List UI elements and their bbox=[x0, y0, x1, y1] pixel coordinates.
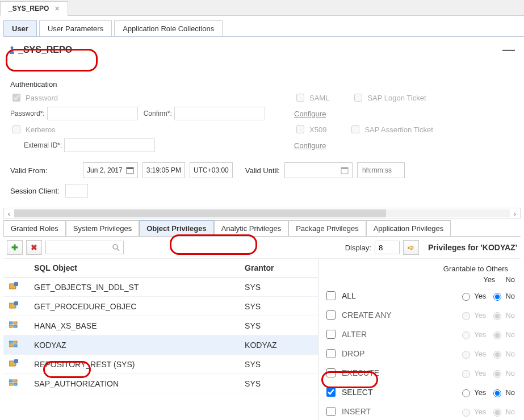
yes-no-header: YesNo bbox=[318, 275, 521, 286]
grantor-cell: SYS bbox=[239, 355, 318, 374]
grantable-no-radio[interactable] bbox=[493, 409, 501, 417]
grantable-no-radio[interactable] bbox=[493, 351, 501, 359]
external-id-input[interactable] bbox=[64, 138, 155, 152]
column-sql-object[interactable]: SQL Object bbox=[28, 259, 239, 278]
grantable-yes-radio[interactable] bbox=[462, 293, 470, 301]
svg-rect-11 bbox=[9, 322, 12, 324]
grantable-yes-radio[interactable] bbox=[462, 409, 470, 417]
table-row[interactable]: HANA_XS_BASESYS bbox=[3, 316, 318, 335]
scroll-left-icon[interactable]: ‹ bbox=[4, 209, 14, 218]
configure-x509-link[interactable]: Configure bbox=[294, 141, 326, 150]
tab-user-parameters[interactable]: User Parameters bbox=[39, 20, 112, 36]
privilege-name: SELECT bbox=[342, 388, 372, 397]
password-checkbox[interactable]: Password bbox=[10, 92, 58, 103]
svg-rect-15 bbox=[9, 341, 12, 343]
valid-from-time[interactable]: 3:19:05 PM bbox=[142, 162, 185, 178]
valid-until-time-input[interactable] bbox=[361, 166, 401, 175]
close-icon[interactable]: × bbox=[55, 5, 59, 12]
tab-application-privileges[interactable]: Application Privileges bbox=[366, 220, 451, 236]
password-input[interactable] bbox=[47, 107, 138, 120]
go-button[interactable]: ➪ bbox=[403, 240, 419, 255]
tab-analytic-privileges[interactable]: Analytic Privileges bbox=[214, 220, 289, 236]
grantable-yes-radio[interactable] bbox=[462, 351, 470, 359]
svg-rect-21 bbox=[9, 380, 12, 382]
column-grantor[interactable]: Grantor bbox=[239, 259, 318, 278]
privilege-checkbox[interactable] bbox=[326, 349, 336, 358]
collapse-button[interactable]: — bbox=[502, 43, 515, 57]
object-type-icon bbox=[9, 359, 18, 367]
svg-rect-10 bbox=[14, 301, 18, 305]
session-client-row: Session Client: bbox=[0, 180, 524, 205]
valid-until-time[interactable] bbox=[357, 162, 405, 178]
calendar-icon[interactable] bbox=[126, 166, 134, 174]
tab-label: Analytic Privileges bbox=[221, 224, 282, 233]
table-row[interactable]: REPOSITORY_REST (SYS)SYS bbox=[3, 355, 318, 374]
session-client-input[interactable] bbox=[65, 184, 88, 198]
grantable-no-radio[interactable] bbox=[493, 331, 501, 339]
grantable-yes-radio[interactable] bbox=[462, 370, 470, 378]
confirm-input[interactable] bbox=[174, 107, 265, 120]
privilege-row: CREATE ANY Yes No bbox=[318, 305, 521, 325]
sql-object-cell: GET_PROCEDURE_OBJEC bbox=[28, 297, 239, 316]
svg-rect-2 bbox=[127, 167, 133, 169]
privilege-checkbox[interactable] bbox=[326, 291, 336, 300]
grantable-no-radio[interactable] bbox=[493, 389, 501, 397]
valid-from-tz[interactable]: UTC+03:00 bbox=[190, 162, 233, 178]
sap-assertion-checkbox[interactable]: SAP Assertion Ticket bbox=[349, 124, 433, 135]
sap-logon-checkbox[interactable]: SAP Logon Ticket bbox=[352, 92, 426, 103]
privilege-row: ALL Yes No bbox=[318, 286, 521, 305]
table-row[interactable]: SAP_AUTHORIZATIONSYS bbox=[3, 374, 318, 393]
kerberos-checkbox[interactable]: Kerberos bbox=[10, 124, 56, 135]
split-panel: SQL Object Grantor GET_OBJECTS_IN_DDL_ST… bbox=[3, 259, 521, 420]
table-row[interactable]: GET_PROCEDURE_OBJECSYS bbox=[3, 297, 318, 316]
kerberos-label: Kerberos bbox=[26, 125, 56, 134]
display-label: Display: bbox=[345, 243, 371, 252]
tab-granted-roles[interactable]: Granted Roles bbox=[3, 220, 66, 236]
svg-rect-4 bbox=[341, 167, 348, 169]
privilege-checkbox[interactable] bbox=[326, 368, 336, 377]
saml-checkbox[interactable]: SAML bbox=[294, 92, 329, 103]
grantable-yes-radio[interactable] bbox=[462, 331, 470, 339]
delete-button[interactable]: ✖ bbox=[26, 240, 42, 255]
object-table: SQL Object Grantor GET_OBJECTS_IN_DDL_ST… bbox=[3, 259, 318, 393]
horizontal-scrollbar[interactable]: ‹ › bbox=[3, 208, 521, 219]
svg-point-0 bbox=[11, 47, 14, 49]
sql-object-cell: REPOSITORY_REST (SYS) bbox=[28, 355, 239, 374]
svg-rect-18 bbox=[14, 345, 17, 347]
user-header: _SYS_REPO — bbox=[0, 37, 524, 60]
grantable-no-radio[interactable] bbox=[493, 312, 501, 320]
tab-label: Granted Roles bbox=[11, 224, 58, 233]
privileges-for-label: Privileges for 'KODYAZ' bbox=[428, 243, 517, 252]
search-icon bbox=[112, 243, 120, 251]
window-tab[interactable]: _SYS_REPO × bbox=[0, 1, 68, 16]
svg-rect-12 bbox=[14, 322, 17, 324]
tab-app-role-collections[interactable]: Application Role Collections bbox=[114, 20, 223, 36]
valid-until-date[interactable] bbox=[284, 162, 353, 178]
svg-rect-23 bbox=[9, 383, 12, 385]
table-row[interactable]: GET_OBJECTS_IN_DDL_STSYS bbox=[3, 278, 318, 297]
user-title-text: _SYS_REPO bbox=[18, 45, 72, 55]
grantable-yes-radio[interactable] bbox=[462, 312, 470, 320]
add-button[interactable]: ✚ bbox=[7, 240, 23, 255]
privilege-checkbox[interactable] bbox=[326, 388, 336, 397]
privilege-checkbox[interactable] bbox=[326, 407, 336, 416]
configure-saml-link[interactable]: Configure bbox=[294, 110, 326, 118]
valid-from-date[interactable]: Jun 2, 2017 bbox=[83, 162, 138, 178]
x509-checkbox[interactable]: X509 bbox=[294, 124, 326, 135]
grantable-no-radio[interactable] bbox=[493, 370, 501, 378]
privilege-checkbox[interactable] bbox=[326, 330, 336, 339]
privilege-name: CREATE ANY bbox=[342, 310, 392, 320]
search-input[interactable] bbox=[45, 241, 124, 254]
tab-user[interactable]: User bbox=[3, 20, 37, 36]
tab-system-privileges[interactable]: System Privileges bbox=[66, 220, 139, 236]
grantable-no-radio[interactable] bbox=[493, 293, 501, 301]
scroll-right-icon[interactable]: › bbox=[510, 209, 520, 218]
calendar-icon[interactable] bbox=[341, 166, 349, 174]
privilege-checkbox[interactable] bbox=[326, 310, 336, 320]
tab-package-privileges[interactable]: Package Privileges bbox=[288, 220, 366, 236]
sql-object-cell: SAP_AUTHORIZATION bbox=[28, 374, 239, 393]
grantable-yes-radio[interactable] bbox=[462, 389, 470, 397]
tab-object-privileges[interactable]: Object Privileges bbox=[139, 220, 214, 236]
table-row[interactable]: KODYAZKODYAZ bbox=[3, 335, 318, 355]
display-count-input[interactable] bbox=[375, 241, 400, 254]
